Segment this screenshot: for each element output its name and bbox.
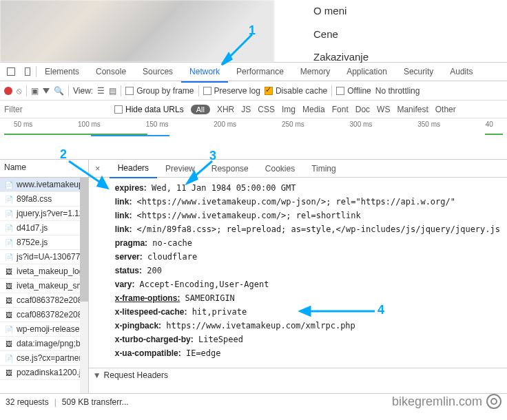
header-value: LiteSpeed — [194, 335, 243, 344]
preserve-log-checkbox[interactable]: Preserve log — [203, 86, 260, 96]
tab-security[interactable]: Security — [395, 62, 442, 81]
filter-css[interactable]: CSS — [258, 105, 275, 114]
request-row[interactable]: 📄8752e.js — [0, 235, 88, 250]
tab-network[interactable]: Network — [181, 62, 228, 83]
js-icon: 📄 — [4, 324, 14, 334]
tab-timing[interactable]: Timing — [303, 160, 344, 178]
large-view-icon[interactable]: ▤ — [109, 86, 116, 96]
throttling-select[interactable]: No throttling — [375, 86, 420, 96]
response-header-row: expires: Wed, 11 Jan 1984 05:00:00 GMT — [115, 183, 500, 193]
close-icon[interactable]: × — [93, 164, 103, 174]
filter-other[interactable]: Other — [435, 105, 456, 114]
js-icon: 📄 — [4, 238, 14, 247]
header-value: SAMEORIGIN — [180, 293, 234, 303]
separator — [26, 85, 27, 96]
name-column-header[interactable]: Name — [0, 160, 88, 178]
response-header-row: x-litespeed-cache: hit,private — [115, 307, 500, 317]
tab-response[interactable]: Response — [203, 160, 257, 178]
hide-data-urls-checkbox[interactable]: Hide data URLs — [114, 105, 184, 114]
filter-input[interactable] — [4, 105, 107, 114]
tab-console[interactable]: Console — [87, 62, 134, 81]
request-row[interactable]: 📄www.ivetamakeup.com — [0, 178, 88, 192]
camera-icon[interactable]: ▣ — [31, 86, 39, 96]
filter-all[interactable]: All — [191, 105, 210, 114]
request-row[interactable]: 📄89fa8.css — [0, 192, 88, 207]
timeline[interactable]: 50 ms100 ms150 ms200 ms250 ms300 ms350 m… — [0, 118, 507, 160]
header-value: https://www.ivetamakeup.com/xmlrpc.php — [161, 321, 355, 330]
inspect-icon[interactable] — [4, 65, 18, 78]
tab-elements[interactable]: Elements — [37, 62, 87, 81]
header-value: Accept-Encoding,User-Agent — [134, 280, 269, 289]
tab-preview[interactable]: Preview — [157, 160, 203, 178]
filter-ws[interactable]: WS — [377, 105, 390, 114]
tab-audits[interactable]: Audits — [442, 62, 481, 81]
filter-icon[interactable] — [43, 88, 50, 94]
img-icon: 🖼 — [4, 281, 14, 291]
tab-cookies[interactable]: Cookies — [257, 160, 303, 178]
request-name: ccaf0863782e2086b48e1fcb... — [17, 295, 88, 305]
request-name: 89fa8.css — [17, 194, 52, 204]
request-row[interactable]: 🖼iveta_makeup_logo60.png — [0, 264, 88, 279]
response-header-row: server: cloudflare — [115, 252, 500, 262]
request-row[interactable]: 📄wp-emoji-release.min.js?ver=... — [0, 322, 88, 337]
request-row[interactable]: 🖼iveta_makeup_sminkanje_300... — [0, 279, 88, 293]
timeline-bar — [91, 135, 169, 136]
disable-cache-checkbox[interactable]: Disable cache — [265, 86, 327, 96]
request-row[interactable]: 📄js?id=UA-130677412-1 — [0, 250, 88, 264]
device-icon[interactable] — [21, 65, 34, 78]
header-key: link: — [115, 197, 132, 207]
filter-media[interactable]: Media — [302, 105, 325, 114]
request-headers-section[interactable]: ▼Request Headers — [89, 368, 507, 382]
menu-item[interactable]: Cene — [313, 23, 369, 45]
response-header-row: x-frame-options: SAMEORIGIN — [115, 293, 500, 303]
request-row[interactable]: 📄d41d7.js — [0, 221, 88, 235]
clear-icon[interactable]: ⦸ — [17, 86, 22, 96]
header-key: x-turbo-charged-by: — [115, 335, 194, 344]
doc-icon: 📄 — [4, 180, 14, 189]
search-icon[interactable]: 🔍 — [54, 86, 64, 96]
menu-item[interactable]: Zakazivanje — [313, 46, 369, 68]
request-row[interactable]: 🖼data:image/png;base... — [0, 337, 88, 351]
response-header-row: link: <https://www.ivetamakeup.com/>; re… — [115, 211, 500, 220]
page-top: O meni Cene Zakazivanje — [0, 0, 507, 62]
request-name: cse.js?cx=partner-pub-68033... — [17, 353, 88, 363]
header-key: x-litespeed-cache: — [115, 307, 187, 317]
network-toolbar: ⦸ ▣ 🔍 View: ☰ ▤ Group by frame Preserve … — [0, 81, 507, 101]
filter-doc[interactable]: Doc — [355, 105, 370, 114]
scrollbar[interactable] — [80, 178, 88, 393]
filter-font[interactable]: Font — [332, 105, 349, 114]
request-name: 8752e.js — [17, 238, 48, 247]
filter-img[interactable]: Img — [282, 105, 296, 114]
request-row[interactable]: 📄jquery.js?ver=1.12.4-wp — [0, 207, 88, 221]
separator — [68, 85, 69, 96]
filter-manifest[interactable]: Manifest — [397, 105, 428, 114]
header-value: <https://www.ivetamakeup.com/>; rel=shor… — [132, 211, 360, 220]
request-name: www.ivetamakeup.com — [17, 180, 88, 189]
offline-checkbox[interactable]: Offline — [336, 86, 371, 96]
view-label: View: — [73, 86, 93, 96]
filter-xhr[interactable]: XHR — [217, 105, 234, 114]
group-by-frame-checkbox[interactable]: Group by frame — [125, 86, 194, 96]
img-icon: 🖼 — [4, 339, 14, 348]
js-icon: 📄 — [4, 353, 14, 363]
filter-js[interactable]: JS — [241, 105, 251, 114]
request-row[interactable]: 🖼ccaf0863782e2086b48e1fcb... — [0, 308, 88, 322]
list-view-icon[interactable]: ☰ — [97, 86, 105, 96]
img-icon: 🖼 — [4, 310, 14, 319]
request-row[interactable]: 🖼pozadinska1200.jpg — [0, 366, 88, 380]
scrollbar-thumb[interactable] — [80, 178, 88, 302]
request-row[interactable]: 🖼ccaf0863782e2086b48e1fcb... — [0, 293, 88, 308]
request-name: d41d7.js — [17, 223, 48, 233]
tab-sources[interactable]: Sources — [134, 62, 181, 81]
request-row[interactable]: 📄cse.js?cx=partner-pub-68033... — [0, 351, 88, 366]
css-icon: 📄 — [4, 194, 14, 204]
tab-performance[interactable]: Performance — [228, 62, 292, 81]
file-list: 📄www.ivetamakeup.com📄89fa8.css📄jquery.js… — [0, 178, 88, 393]
header-value: <https://www.ivetamakeup.com/wp-json/>; … — [132, 197, 455, 207]
menu-item[interactable]: O meni — [313, 0, 369, 22]
status-bar: 32 requests | 509 KB transferr... bikegr… — [0, 394, 507, 410]
tab-headers[interactable]: Headers — [110, 159, 157, 178]
record-button[interactable] — [4, 87, 12, 95]
header-key: pragma: — [115, 238, 147, 248]
header-key: link: — [115, 224, 132, 234]
